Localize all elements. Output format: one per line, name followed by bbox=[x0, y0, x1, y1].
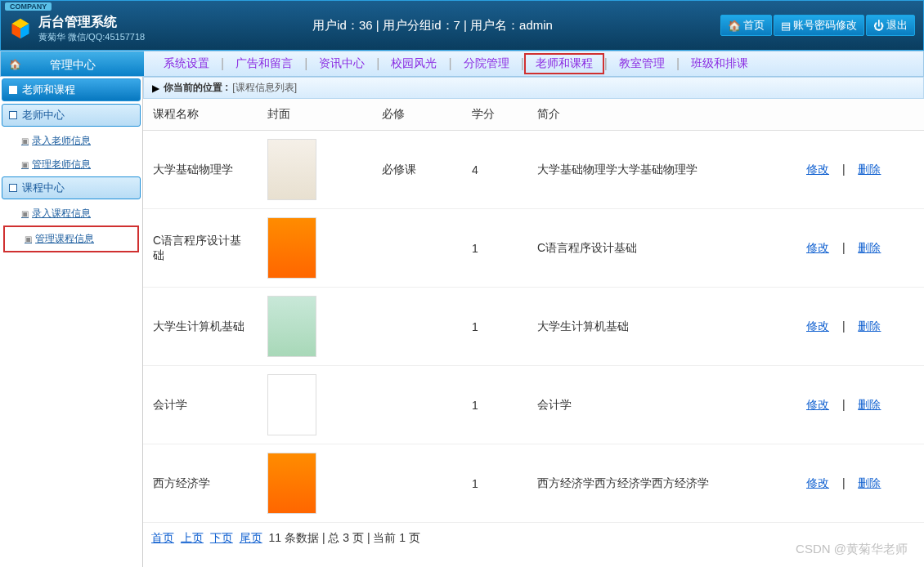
cover-thumbnail bbox=[267, 217, 316, 279]
cell-cover bbox=[258, 366, 372, 444]
page-last[interactable]: 尾页 bbox=[240, 531, 262, 544]
edit-link[interactable]: 修改 bbox=[803, 241, 832, 254]
action-separator: | bbox=[836, 241, 852, 254]
nav-item[interactable]: 教室管理 bbox=[608, 53, 676, 74]
delete-link[interactable]: 删除 bbox=[854, 163, 884, 176]
th-actions bbox=[793, 99, 924, 131]
arrow-icon: ▶ bbox=[152, 83, 159, 94]
header-actions: 🏠 首页 ▤ 账号密码修改 ⏻ 退出 bbox=[720, 15, 915, 36]
cube-icon bbox=[9, 17, 32, 40]
delete-link[interactable]: 删除 bbox=[854, 241, 884, 254]
cell-credit: 1 bbox=[462, 288, 527, 366]
cell-required bbox=[372, 288, 462, 366]
table-row: 西方经济学 1 西方经济学西方经济学西方经济学 修改 | 删除 bbox=[143, 444, 924, 523]
cell-intro: 西方经济学西方经济学西方经济学 bbox=[527, 444, 793, 523]
header-bar: COMPANY 后台管理系统 黄菊华 微信/QQ:45157718 用户id：3… bbox=[0, 0, 924, 51]
cell-required bbox=[372, 366, 462, 444]
course-table: 课程名称 封面 必修 学分 简介 大学基础物理学 必修课 4 大学基础物理学大学… bbox=[143, 99, 924, 523]
cell-credit: 4 bbox=[462, 131, 527, 209]
edit-link[interactable]: 修改 bbox=[803, 163, 832, 176]
cover-thumbnail bbox=[267, 374, 316, 435]
cell-actions: 修改 | 删除 bbox=[793, 131, 924, 209]
th-credit: 学分 bbox=[462, 99, 527, 131]
page-first[interactable]: 首页 bbox=[151, 531, 174, 544]
sidebar-item-manage-teacher[interactable]: 管理老师信息 bbox=[2, 153, 141, 176]
cover-thumbnail bbox=[267, 139, 316, 200]
top-nav: 管理中心 系统设置|广告和留言|资讯中心|校园风光|分院管理|老师和课程|教室管… bbox=[0, 51, 924, 77]
breadcrumb-prefix: 你当前的位置 : bbox=[164, 81, 228, 95]
table-header-row: 课程名称 封面 必修 学分 简介 bbox=[143, 99, 924, 131]
cell-intro: 大学基础物理学大学基础物理学 bbox=[527, 131, 793, 209]
nav-item[interactable]: 老师和课程 bbox=[524, 53, 604, 74]
sidebar-item-add-teacher[interactable]: 录入老师信息 bbox=[2, 129, 141, 153]
company-tag: COMPANY bbox=[5, 2, 52, 11]
cell-credit: 1 bbox=[462, 444, 527, 523]
nav-item[interactable]: 分院管理 bbox=[452, 53, 521, 74]
th-required: 必修 bbox=[372, 99, 462, 131]
breadcrumb-location: [课程信息列表] bbox=[232, 81, 297, 95]
cell-intro: C语言程序设计基础 bbox=[527, 209, 793, 288]
cell-required bbox=[372, 444, 462, 523]
power-icon: ⏻ bbox=[873, 20, 884, 32]
sidebar-main-section[interactable]: 老师和课程 bbox=[2, 78, 141, 101]
table-row: 大学生计算机基础 1 大学生计算机基础 修改 | 删除 bbox=[143, 288, 924, 366]
sidebar-teacher-section[interactable]: 老师中心 bbox=[2, 104, 141, 127]
cell-name: 大学生计算机基础 bbox=[143, 288, 258, 366]
sidebar-item-manage-course[interactable]: 管理课程信息 bbox=[3, 225, 139, 252]
delete-link[interactable]: 删除 bbox=[854, 398, 884, 411]
app-title: 后台管理系统 bbox=[38, 14, 145, 31]
action-separator: | bbox=[836, 319, 852, 333]
cell-required bbox=[372, 209, 462, 288]
th-name: 课程名称 bbox=[143, 99, 258, 131]
cell-required: 必修课 bbox=[372, 131, 462, 209]
cell-actions: 修改 | 删除 bbox=[793, 288, 924, 366]
cell-credit: 1 bbox=[462, 366, 527, 444]
cover-thumbnail bbox=[267, 296, 316, 357]
delete-link[interactable]: 删除 bbox=[854, 319, 884, 333]
edit-link[interactable]: 修改 bbox=[803, 476, 832, 489]
sidebar-item-add-course[interactable]: 录入课程信息 bbox=[2, 202, 141, 225]
cell-name: 会计学 bbox=[143, 366, 258, 444]
section-icon bbox=[9, 86, 17, 94]
cell-intro: 会计学 bbox=[527, 366, 793, 444]
cell-name: 西方经济学 bbox=[143, 444, 258, 523]
breadcrumb: ▶ 你当前的位置 : [课程信息列表] bbox=[143, 77, 924, 99]
list-icon: ▤ bbox=[781, 20, 791, 32]
sidebar-course-section[interactable]: 课程中心 bbox=[2, 176, 141, 199]
action-separator: | bbox=[836, 163, 852, 176]
nav-item[interactable]: 班级和排课 bbox=[680, 53, 760, 74]
action-separator: | bbox=[836, 398, 852, 411]
body-wrap: 老师和课程 老师中心 录入老师信息 管理老师信息 课程中心 录入课程信息 管理课… bbox=[0, 77, 924, 567]
cell-intro: 大学生计算机基础 bbox=[527, 288, 793, 366]
page-prev[interactable]: 上页 bbox=[181, 531, 204, 544]
action-separator: | bbox=[836, 476, 852, 489]
password-button[interactable]: ▤ 账号密码修改 bbox=[774, 15, 864, 36]
nav-item[interactable]: 资讯中心 bbox=[307, 53, 376, 74]
watermark: CSDN @黄菊华老师 bbox=[796, 542, 908, 557]
section-icon bbox=[9, 111, 17, 119]
edit-link[interactable]: 修改 bbox=[803, 319, 832, 333]
page-next[interactable]: 下页 bbox=[210, 531, 233, 544]
app-subtitle: 黄菊华 微信/QQ:45157718 bbox=[38, 31, 145, 43]
user-info: 用户id：36 | 用户分组id：7 | 用户名：admin bbox=[145, 18, 720, 33]
cell-actions: 修改 | 删除 bbox=[793, 444, 924, 523]
nav-item[interactable]: 校园风光 bbox=[379, 53, 448, 74]
logout-button[interactable]: ⏻ 退出 bbox=[866, 15, 915, 36]
table-row: C语言程序设计基础 1 C语言程序设计基础 修改 | 删除 bbox=[143, 209, 924, 288]
edit-link[interactable]: 修改 bbox=[803, 398, 832, 411]
table-row: 大学基础物理学 必修课 4 大学基础物理学大学基础物理学 修改 | 删除 bbox=[143, 131, 924, 209]
cell-actions: 修改 | 删除 bbox=[793, 366, 924, 444]
section-icon bbox=[9, 184, 17, 192]
sidebar: 老师和课程 老师中心 录入老师信息 管理老师信息 课程中心 录入课程信息 管理课… bbox=[0, 77, 143, 567]
cell-credit: 1 bbox=[462, 209, 527, 288]
cell-cover bbox=[258, 288, 372, 366]
logo-box: 后台管理系统 黄菊华 微信/QQ:45157718 bbox=[9, 14, 145, 43]
nav-items: 系统设置|广告和留言|资讯中心|校园风光|分院管理|老师和课程|教室管理|班级和… bbox=[144, 53, 760, 74]
topnav-title: 管理中心 bbox=[1, 51, 144, 76]
cell-name: C语言程序设计基础 bbox=[143, 209, 258, 288]
delete-link[interactable]: 删除 bbox=[854, 476, 884, 489]
home-icon: 🏠 bbox=[728, 20, 741, 32]
nav-item[interactable]: 广告和留言 bbox=[224, 53, 304, 74]
nav-item[interactable]: 系统设置 bbox=[152, 53, 221, 74]
home-button[interactable]: 🏠 首页 bbox=[720, 15, 772, 36]
